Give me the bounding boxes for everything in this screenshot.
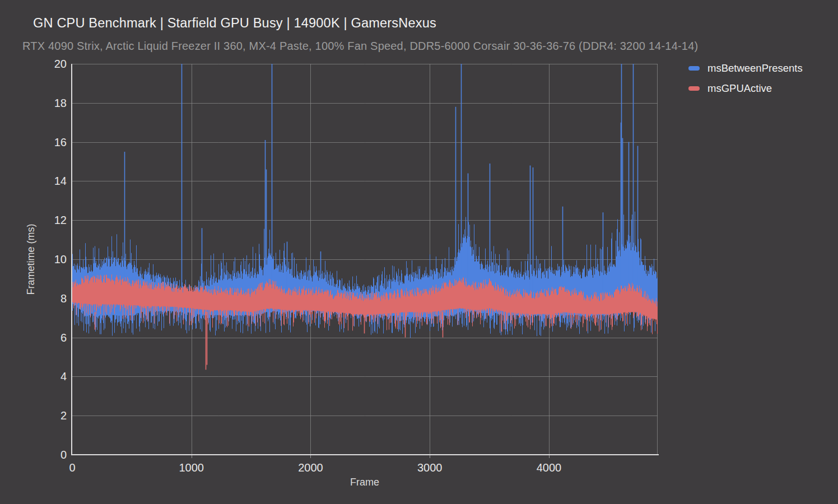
y-tick-label: 14 xyxy=(26,174,67,188)
x-tick-mark xyxy=(310,455,311,458)
legend-swatch-blue-icon xyxy=(688,66,700,71)
y-tick-label: 0 xyxy=(26,448,67,461)
y-axis-line xyxy=(71,64,72,455)
x-tick-label: 0 xyxy=(44,461,100,474)
plot-canvas xyxy=(72,64,658,455)
x-tick-label: 3000 xyxy=(402,461,458,474)
legend-swatch-red-icon xyxy=(688,86,700,91)
x-axis-title: Frame xyxy=(350,477,379,488)
x-tick-label: 1000 xyxy=(164,461,220,474)
x-tick-mark xyxy=(549,455,550,458)
y-tick-label: 20 xyxy=(26,57,67,71)
chart-title: GN CPU Benchmark | Starfield GPU Busy | … xyxy=(33,16,436,31)
benchmark-chart-page: { "chart_data": { "type": "line", "title… xyxy=(0,0,838,504)
y-tick-label: 16 xyxy=(26,136,67,149)
y-tick-label: 4 xyxy=(26,370,67,383)
legend-label: msBetweenPresents xyxy=(707,62,803,74)
legend-item-msGPUActive: msGPUActive xyxy=(688,82,803,95)
x-tick-label: 2000 xyxy=(282,461,338,474)
y-tick-label: 18 xyxy=(26,96,67,110)
legend-label: msGPUActive xyxy=(707,82,772,95)
legend-item-msBetweenPresents: msBetweenPresents xyxy=(688,62,803,74)
x-tick-label: 4000 xyxy=(521,461,577,474)
y-tick-label: 2 xyxy=(26,409,67,422)
legend: msBetweenPresents msGPUActive xyxy=(688,62,803,102)
x-tick-mark xyxy=(192,455,192,458)
x-axis-line xyxy=(71,454,659,455)
y-tick-label: 6 xyxy=(26,331,67,344)
x-tick-mark xyxy=(430,455,430,458)
y-axis-title: Frametime (ms) xyxy=(25,224,37,295)
chart-subtitle: RTX 4090 Strix, Arctic Liquid Freezer II… xyxy=(22,40,698,53)
